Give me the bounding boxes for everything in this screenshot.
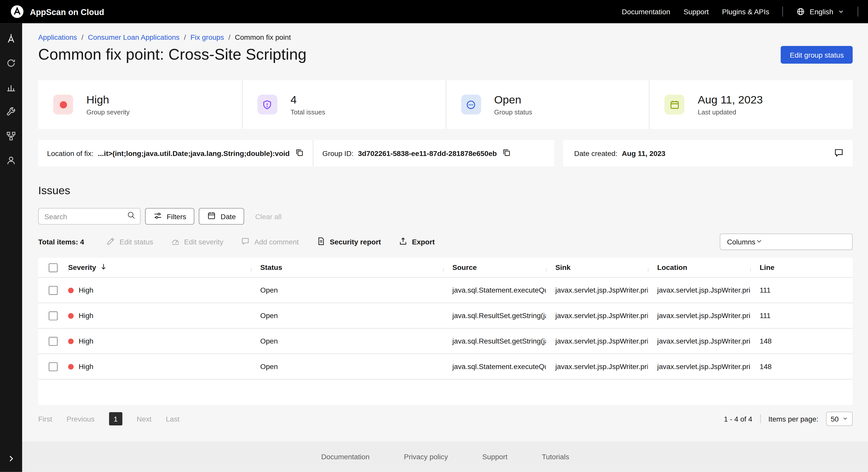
location-cell: javax.servlet.jsp.JspWriter.pri — [648, 286, 750, 294]
header-status[interactable]: Status — [251, 263, 443, 272]
pagination-divider — [760, 414, 761, 423]
edit-status-button[interactable]: Edit status — [106, 237, 153, 247]
footer-link-privacy-policy[interactable]: Privacy policy — [404, 452, 448, 461]
last-page-button[interactable]: Last — [166, 415, 179, 423]
breadcrumb-separator: / — [81, 33, 84, 41]
row-checkbox[interactable] — [49, 337, 58, 346]
header-line[interactable]: Line — [750, 263, 853, 272]
next-page-button[interactable]: Next — [137, 415, 152, 423]
current-page-button[interactable]: 1 — [109, 412, 122, 425]
language-selector[interactable]: English — [796, 7, 844, 16]
columns-select[interactable]: Columns — [720, 233, 853, 250]
search-input[interactable] — [44, 212, 127, 221]
comment-icon — [241, 237, 250, 247]
status-cell: Open — [251, 286, 443, 294]
breadcrumb-fix-groups[interactable]: Fix groups — [190, 33, 224, 41]
row-checkbox[interactable] — [49, 362, 58, 371]
sink-cell: javax.servlet.jsp.JspWriter.pri — [546, 286, 648, 294]
table-row[interactable]: High Open java.sql.ResultSet.getString(j… — [38, 303, 853, 329]
comment-icon — [834, 147, 844, 159]
header-severity-label: Severity — [68, 263, 96, 272]
sidebar-item-applications[interactable] — [0, 28, 22, 52]
breadcrumb-current: Common fix point — [235, 33, 291, 41]
card-last-updated: Aug 11, 2023 Last updated — [649, 80, 853, 129]
date-filter-button[interactable]: Date — [199, 208, 244, 225]
status-cell: Open — [251, 337, 443, 345]
row-checkbox[interactable] — [49, 286, 58, 295]
row-checkbox-cell — [38, 362, 68, 371]
group-id: Group ID: 3d702261-5838-ee11-87dd-281878… — [313, 140, 520, 166]
issues-toolbar: Total items: 4 Edit status Edit severity — [38, 233, 853, 250]
group-status-value: Open — [494, 93, 532, 106]
search-icon — [127, 211, 136, 222]
comments-button[interactable] — [834, 147, 844, 159]
line-cell: 148 — [750, 337, 853, 345]
chevron-right-icon — [7, 454, 16, 465]
table-row[interactable]: High Open java.sql.Statement.executeQu j… — [38, 278, 853, 303]
date-created-value: Aug 11, 2023 — [622, 149, 665, 158]
edit-severity-button[interactable]: Edit severity — [171, 237, 223, 247]
total-issues-label: Total issues — [290, 108, 325, 116]
sidebar-item-tools[interactable] — [0, 101, 22, 125]
topbar-divider — [782, 7, 783, 16]
security-report-button[interactable]: Security report — [316, 237, 381, 247]
header-location[interactable]: Location — [648, 263, 750, 272]
header-sink[interactable]: Sink — [546, 263, 648, 272]
group-status-label: Group status — [494, 108, 532, 116]
breadcrumb-separator: / — [184, 33, 186, 41]
summary-cards: High Group severity 4 Total issues — [38, 80, 853, 129]
edit-group-status-button[interactable]: Edit group status — [781, 46, 853, 63]
clear-all-button[interactable]: Clear all — [255, 212, 282, 221]
severity-cell: High — [68, 362, 251, 371]
copy-location-button[interactable] — [295, 148, 304, 159]
header-source[interactable]: Source — [443, 263, 546, 272]
filters-button[interactable]: Filters — [145, 208, 195, 225]
line-cell: 111 — [750, 311, 853, 320]
severity-cell: High — [68, 311, 251, 320]
title-row: Common fix point: Cross-Site Scripting E… — [38, 46, 853, 63]
topbar-link-documentation[interactable]: Documentation — [622, 7, 670, 16]
table-row[interactable]: High Open java.sql.Statement.executeQu j… — [38, 354, 853, 379]
export-button[interactable]: Export — [399, 237, 435, 247]
sidebar-expand-button[interactable] — [0, 447, 22, 472]
source-cell: java.sql.ResultSet.getString(ja — [443, 311, 546, 320]
header-severity[interactable]: Severity — [68, 263, 251, 272]
language-label: English — [810, 7, 833, 16]
sidebar-item-profile[interactable] — [0, 149, 22, 174]
sink-cell: javax.servlet.jsp.JspWriter.pri — [546, 362, 648, 371]
copy-group-id-button[interactable] — [502, 148, 512, 159]
source-cell: java.sql.Statement.executeQu — [443, 286, 546, 294]
topbar-link-plugins[interactable]: Plugins & APIs — [722, 7, 769, 16]
card-group-status: Open Group status — [445, 80, 649, 129]
topbar-link-support[interactable]: Support — [684, 7, 709, 16]
severity-label: High — [79, 362, 93, 371]
severity-high-dot-icon — [68, 313, 74, 318]
footer-link-support[interactable]: Support — [482, 452, 507, 461]
sidebar-item-scans[interactable] — [0, 52, 22, 76]
previous-page-button[interactable]: Previous — [67, 415, 95, 423]
top-bar: AppScan on Cloud Documentation Support P… — [0, 0, 868, 23]
first-page-button[interactable]: First — [38, 415, 52, 423]
row-checkbox[interactable] — [49, 311, 58, 320]
footer-link-tutorials[interactable]: Tutorials — [542, 452, 569, 461]
items-per-page-select[interactable]: 50 — [826, 412, 853, 426]
table-row[interactable]: High Open java.sql.ResultSet.getString(j… — [38, 329, 853, 354]
add-comment-button[interactable]: Add comment — [241, 237, 299, 247]
select-all-checkbox[interactable] — [49, 263, 58, 272]
pagination: First Previous 1 Next Last 1 - 4 of 4 It… — [38, 412, 853, 426]
severity-label: High — [79, 311, 93, 320]
footer-link-documentation[interactable]: Documentation — [321, 452, 370, 461]
brand: AppScan on Cloud — [10, 4, 104, 19]
table-empty-space — [38, 379, 853, 405]
severity-label: High — [79, 337, 93, 345]
breadcrumb-separator: / — [228, 33, 230, 41]
topbar-divider — [858, 7, 858, 16]
breadcrumb-consumer-loan[interactable]: Consumer Loan Applications — [88, 33, 180, 41]
sidebar-item-dashboards[interactable] — [0, 76, 22, 101]
edit-pencil-icon — [106, 237, 115, 247]
breadcrumb-applications[interactable]: Applications — [38, 33, 77, 41]
items-per-page-value: 50 — [831, 415, 839, 423]
row-checkbox-cell — [38, 337, 68, 346]
group-severity-value: High — [87, 93, 130, 106]
sidebar-item-organization[interactable] — [0, 125, 22, 149]
